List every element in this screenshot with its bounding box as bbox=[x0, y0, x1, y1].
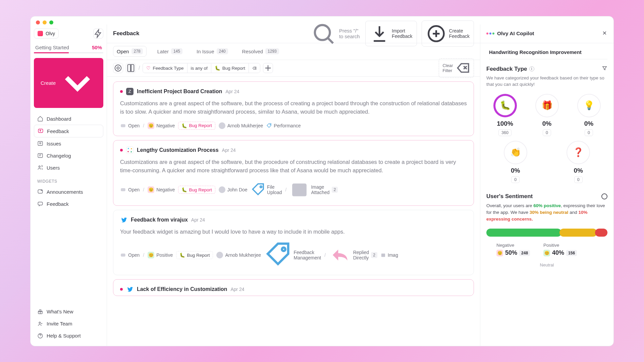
app-body: Olvy Getting Started 50% Create bbox=[31, 24, 613, 346]
home-icon bbox=[37, 116, 43, 122]
sentiment-bar-neutral bbox=[559, 229, 597, 237]
tab-count: 1293 bbox=[265, 48, 279, 54]
bug-tag[interactable]: 🐛Bug Report bbox=[178, 186, 215, 194]
sidebar-item-invite[interactable]: Invite Team bbox=[34, 318, 103, 330]
author-chip[interactable]: John Doe bbox=[219, 186, 248, 193]
reply-chip[interactable]: Replied Directly2 bbox=[329, 244, 377, 266]
card-body: Your feedback widget is amazing but I wo… bbox=[120, 228, 467, 236]
sidebar-item-label: Dashboard bbox=[47, 116, 71, 122]
x-icon bbox=[602, 30, 607, 36]
feedback-card[interactable]: Lack of Efficiency in Customization Apr … bbox=[113, 279, 474, 296]
close-copilot-button[interactable] bbox=[602, 30, 607, 37]
type-cell-praise[interactable]: 👏0%0 bbox=[504, 141, 527, 183]
svg-rect-7 bbox=[38, 202, 43, 205]
reader-toggle-button[interactable] bbox=[126, 63, 136, 73]
sentiment-title-row: User's Sentiment bbox=[486, 193, 607, 200]
status-chip[interactable]: Open bbox=[120, 187, 140, 193]
sidebar-item-help[interactable]: Help & Support bbox=[34, 330, 103, 342]
sidebar-item-dashboard[interactable]: Dashboard bbox=[34, 113, 103, 125]
copilot-content[interactable]: Handwriting Recognition Improvement Feed… bbox=[480, 43, 613, 346]
sidebar-item-issues[interactable]: Issues bbox=[34, 137, 103, 149]
tab-open[interactable]: Open278 bbox=[113, 46, 147, 57]
status-chip[interactable]: Open bbox=[120, 252, 140, 258]
status-chip[interactable]: Open bbox=[120, 123, 140, 129]
sentiment-chip[interactable]: 😊Positive bbox=[148, 252, 173, 258]
author-chip[interactable]: Arnob Mukherjee bbox=[216, 252, 261, 258]
remove-filter-button[interactable] bbox=[249, 64, 260, 72]
sidebar-item-whatsnew[interactable]: What's New bbox=[34, 306, 103, 318]
sparkle-icon bbox=[486, 33, 494, 35]
source-slack-icon bbox=[126, 146, 133, 154]
target-icon bbox=[113, 63, 123, 73]
sidebar-item-announcements[interactable]: Announcements bbox=[34, 186, 103, 198]
feedback-type-desc: We have categorized your feedback based … bbox=[486, 75, 607, 88]
svg-point-18 bbox=[260, 186, 262, 188]
type-cell-idea[interactable]: 💡0%0 bbox=[570, 94, 607, 136]
reply-icon bbox=[329, 244, 351, 266]
close-window-icon[interactable] bbox=[36, 20, 40, 24]
sentiment-chip[interactable]: 😟Negative bbox=[148, 186, 175, 193]
maximize-window-icon[interactable] bbox=[49, 20, 53, 24]
card-meta: Open / 😊Positive 🐛Bug Report Arnob Mukhe… bbox=[120, 241, 467, 268]
import-feedback-button[interactable]: Import Feedback bbox=[365, 21, 417, 47]
create-label: Create bbox=[41, 80, 56, 86]
sentiment-chip[interactable]: 😟Negative bbox=[148, 122, 175, 129]
status-icon bbox=[120, 252, 126, 258]
circle-icon[interactable] bbox=[601, 193, 607, 199]
feedback-type-title: Feedback Type i bbox=[486, 65, 607, 73]
sidebar-item-feedback[interactable]: Feedback bbox=[34, 125, 103, 137]
minimize-window-icon[interactable] bbox=[43, 20, 47, 24]
label-chip[interactable]: File Upload bbox=[251, 183, 282, 197]
sidebar-item-widget-feedback[interactable]: Feedback bbox=[34, 198, 103, 210]
heart-chat-icon bbox=[38, 128, 44, 134]
author-chip[interactable]: Arnob Mukherjee bbox=[219, 122, 263, 129]
feedback-card[interactable]: Z Inefficient Project Board Creation Apr… bbox=[113, 81, 474, 136]
svg-point-16 bbox=[270, 124, 271, 125]
copilot-top-item[interactable]: Handwriting Recognition Improvement bbox=[489, 47, 607, 59]
clear-filter-button[interactable]: Clear Filter bbox=[439, 58, 474, 77]
info-icon[interactable]: i bbox=[529, 66, 534, 71]
filter-row: / ♡Feedback Type is any of 🐛Bug Report C… bbox=[107, 60, 480, 77]
book-icon bbox=[126, 63, 136, 73]
workspace-switcher[interactable]: Olvy bbox=[34, 28, 59, 39]
sentiment-bar bbox=[486, 229, 607, 237]
label-chip[interactable]: Feedback Management bbox=[264, 241, 321, 268]
tab-later[interactable]: Later145 bbox=[154, 46, 186, 56]
happy-face-icon: 😊 bbox=[148, 252, 154, 258]
bug-tag[interactable]: 🐛Bug Report bbox=[178, 122, 215, 130]
tab-in-issue[interactable]: In Issue240 bbox=[193, 46, 231, 56]
svg-rect-20 bbox=[121, 254, 125, 257]
svg-point-6 bbox=[41, 190, 42, 191]
happy-face-icon: 😊 bbox=[543, 250, 550, 256]
gift-icon bbox=[37, 309, 43, 315]
copilot-header: Olvy AI Copilot bbox=[480, 24, 613, 43]
sentiment-bar-negative bbox=[595, 229, 607, 237]
attachment-chip[interactable]: Image Attached2 bbox=[290, 180, 338, 199]
feedback-list[interactable]: Z Inefficient Project Board Creation Apr… bbox=[107, 77, 480, 346]
type-grid: 🐛100%360 🎁0%0 💡0%0 bbox=[486, 94, 607, 136]
brand-logo-icon bbox=[38, 31, 43, 36]
search-input[interactable]: Press "/" to search bbox=[311, 21, 360, 47]
add-filter-button[interactable] bbox=[263, 63, 273, 73]
view-toggle-button[interactable] bbox=[113, 63, 123, 73]
type-cell-gift[interactable]: 🎁0%0 bbox=[528, 94, 566, 136]
feedback-card[interactable]: Lengthy Customization Process Apr 24 Cus… bbox=[113, 140, 474, 206]
attachment-chip[interactable]: Imag bbox=[381, 252, 398, 258]
label-chip[interactable]: Performance bbox=[266, 123, 301, 128]
create-button[interactable]: Create bbox=[34, 58, 103, 108]
avatar-icon bbox=[216, 252, 223, 258]
tab-resolved[interactable]: Resolved1293 bbox=[239, 46, 282, 56]
filter-pill[interactable]: ♡Feedback Type is any of 🐛Bug Report bbox=[143, 63, 260, 73]
feedback-card[interactable]: Feedback from virajux Apr 24 Your feedba… bbox=[113, 210, 474, 275]
quick-action-button[interactable] bbox=[93, 28, 103, 39]
bug-tag[interactable]: 🐛Bug Report bbox=[176, 251, 213, 259]
getting-started-row[interactable]: Getting Started 50% bbox=[34, 45, 103, 50]
tag-icon bbox=[264, 241, 291, 268]
card-title: Feedback from virajux bbox=[131, 217, 188, 223]
sidebar-item-users[interactable]: Users bbox=[34, 162, 103, 174]
tag-icon bbox=[266, 123, 272, 128]
filter-toggle-button[interactable] bbox=[602, 65, 607, 73]
sidebar-item-changelog[interactable]: Changelog bbox=[34, 149, 103, 162]
type-cell-question[interactable]: ❓0%0 bbox=[567, 141, 590, 183]
type-cell-bug[interactable]: 🐛100%360 bbox=[486, 94, 524, 136]
